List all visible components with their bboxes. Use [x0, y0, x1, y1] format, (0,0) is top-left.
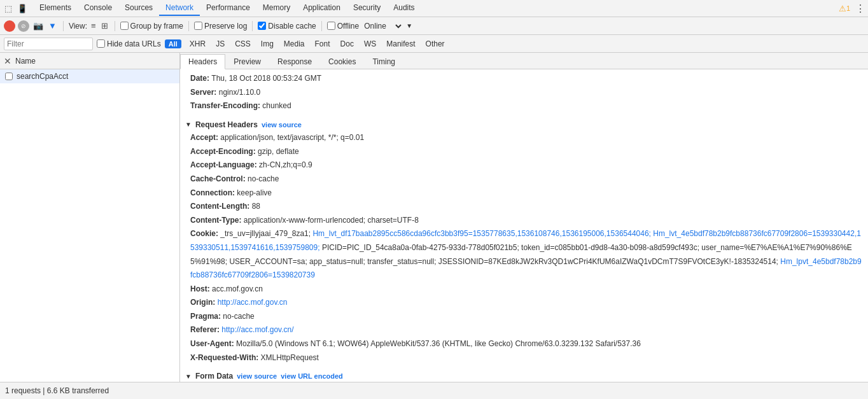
menu-sources[interactable]: Sources: [118, 1, 159, 16]
request-headers-title: ▼ Request Headers view source: [185, 118, 863, 131]
tab-timing[interactable]: Timing: [364, 54, 403, 69]
network-toolbar: ⊘ 📷 ▼ View: ≡ ⊞ Group by frame Preserve …: [0, 17, 868, 35]
camera-icon[interactable]: 📷: [32, 20, 45, 32]
request-headers-label: Request Headers: [195, 118, 258, 131]
warning-icon: ⚠: [839, 4, 846, 13]
menu-application[interactable]: Application: [297, 1, 347, 16]
form-data-label: Form Data: [195, 370, 233, 382]
accept-row: Accept: application/json, text/javascrip…: [185, 131, 863, 145]
form-view-url-encoded-link[interactable]: view URL encoded: [281, 370, 343, 382]
menu-console[interactable]: Console: [78, 1, 118, 16]
tab-headers[interactable]: Headers: [180, 54, 225, 69]
status-bar: 1 requests | 6.6 KB transferred: [0, 382, 868, 399]
cursor-icon[interactable]: ⬚: [3, 4, 14, 13]
left-panel: ✕ Name searchCpaAcct: [0, 53, 180, 382]
connection-row: Connection: keep-alive: [185, 186, 863, 200]
warning-badge: ⚠ 1: [839, 4, 850, 13]
filter-tab-manifest[interactable]: Manifest: [382, 38, 419, 50]
request-headers-section: ▼ Request Headers view source Accept: ap…: [185, 118, 863, 365]
filter-tab-css[interactable]: CSS: [230, 38, 255, 50]
disable-cache-checkbox[interactable]: [258, 22, 266, 30]
tab-response[interactable]: Response: [269, 54, 320, 69]
online-select[interactable]: Online Slow 3G Fast 3G Offline: [361, 21, 403, 31]
name-column-title: Name: [15, 57, 36, 66]
record-button[interactable]: [4, 20, 15, 32]
cache-control-row: Cache-Control: no-cache: [185, 172, 863, 186]
detail-content[interactable]: Date: Thu, 18 Oct 2018 00:53:24 GMT Serv…: [180, 69, 868, 382]
filter-row: Hide data URLs All XHR JS CSS Img Media …: [0, 35, 868, 53]
offline-text: Offline: [337, 22, 359, 31]
filter-tab-img[interactable]: Img: [256, 38, 278, 50]
devtools-icons: ⬚ 📱: [3, 4, 29, 13]
tree-view-icon[interactable]: ⊞: [100, 20, 109, 32]
group-by-frame-text: Group by frame: [130, 22, 183, 31]
name-header: ✕ Name: [0, 53, 179, 69]
menu-performance[interactable]: Performance: [200, 1, 256, 16]
tab-cookies[interactable]: Cookies: [320, 54, 364, 69]
date-row: Date: Thu, 18 Oct 2018 00:53:24 GMT: [185, 72, 863, 86]
group-by-frame-checkbox[interactable]: [120, 22, 129, 30]
content-type-row: Content-Type: application/x-www-form-url…: [185, 214, 863, 228]
menu-audits[interactable]: Audits: [387, 1, 421, 16]
right-panel: Headers Preview Response Cookies Timing …: [180, 53, 868, 382]
stop-icon: ⊘: [21, 23, 26, 29]
group-by-frame-label[interactable]: Group by frame: [120, 22, 183, 31]
x-requested-with-row: X-Requested-With: XMLHttpRequest: [185, 351, 863, 365]
origin-row: Origin: http://acc.mof.gov.cn: [185, 296, 863, 310]
stop-button[interactable]: ⊘: [18, 20, 29, 32]
user-agent-row: User-Agent: Mozilla/5.0 (Windows NT 6.1;…: [185, 337, 863, 351]
filter-tab-xhr[interactable]: XHR: [185, 38, 210, 50]
request-checkbox[interactable]: [5, 73, 13, 80]
dropdown-arrow-icon[interactable]: ▼: [406, 22, 412, 29]
filter-input[interactable]: [4, 38, 93, 50]
disable-cache-text: Disable cache: [268, 22, 316, 31]
preserve-log-label[interactable]: Preserve log: [194, 22, 247, 31]
accept-language-row: Accept-Language: zh-CN,zh;q=0.9: [185, 158, 863, 172]
filter-tab-other[interactable]: Other: [421, 38, 449, 50]
triangle-icon: ▼: [185, 119, 192, 130]
menu-network[interactable]: Network: [159, 1, 200, 16]
form-data-title: ▼ Form Data view source view URL encoded: [185, 370, 863, 382]
toolbar-sep-3: [188, 21, 189, 31]
accept-encoding-row: Accept-Encoding: gzip, deflate: [185, 145, 863, 159]
view-source-link[interactable]: view source: [262, 119, 302, 131]
server-row: Server: nginx/1.10.0: [185, 86, 863, 100]
hide-data-urls-checkbox[interactable]: [97, 39, 105, 48]
mobile-icon[interactable]: 📱: [15, 4, 29, 13]
filter-tab-ws[interactable]: WS: [360, 38, 381, 50]
devtools-menubar: ⬚ 📱 Elements Console Sources Network Per…: [0, 0, 868, 17]
tab-preview[interactable]: Preview: [225, 54, 269, 69]
response-headers-section: Date: Thu, 18 Oct 2018 00:53:24 GMT Serv…: [185, 72, 863, 113]
pragma-row: Pragma: no-cache: [185, 310, 863, 324]
toolbar-sep-5: [321, 21, 322, 31]
filter-tab-doc[interactable]: Doc: [336, 38, 358, 50]
menu-memory[interactable]: Memory: [256, 1, 297, 16]
detail-tabs: Headers Preview Response Cookies Timing: [180, 53, 868, 69]
transfer-encoding-row: Transfer-Encoding: chunked: [185, 99, 863, 113]
hide-data-urls-label[interactable]: Hide data URLs: [97, 39, 161, 48]
preserve-log-checkbox[interactable]: [194, 22, 202, 30]
warning-count: 1: [846, 4, 850, 12]
cookie-row: Cookie: _trs_uv=jllyjaai_479_8za1; Hm_lv…: [185, 227, 863, 282]
filter-tab-font[interactable]: Font: [311, 38, 335, 50]
request-name: searchCpaAcct: [17, 72, 68, 81]
disable-cache-label[interactable]: Disable cache: [258, 22, 316, 31]
referer-row: Referer: http://acc.mof.gov.cn/: [185, 323, 863, 337]
filter-all-button[interactable]: All: [165, 39, 181, 48]
list-view-icon[interactable]: ≡: [90, 20, 97, 32]
request-item[interactable]: searchCpaAcct: [0, 69, 179, 83]
filter-tab-media[interactable]: Media: [279, 38, 309, 50]
form-view-source-link[interactable]: view source: [237, 370, 277, 382]
menu-elements[interactable]: Elements: [33, 1, 78, 16]
three-dots-icon[interactable]: ⋮: [855, 3, 865, 15]
filter-tab-js[interactable]: JS: [211, 38, 229, 50]
filter-icon[interactable]: ▼: [47, 20, 58, 32]
menu-security[interactable]: Security: [347, 1, 387, 16]
offline-checkbox[interactable]: [327, 22, 335, 30]
filter-tabs: XHR JS CSS Img Media Font Doc WS Manifes…: [185, 38, 449, 50]
hide-data-urls-text: Hide data URLs: [107, 39, 161, 48]
host-row: Host: acc.mof.gov.cn: [185, 283, 863, 297]
offline-label[interactable]: Offline: [327, 22, 359, 31]
preserve-log-text: Preserve log: [204, 22, 247, 31]
close-icon[interactable]: ✕: [4, 56, 11, 66]
